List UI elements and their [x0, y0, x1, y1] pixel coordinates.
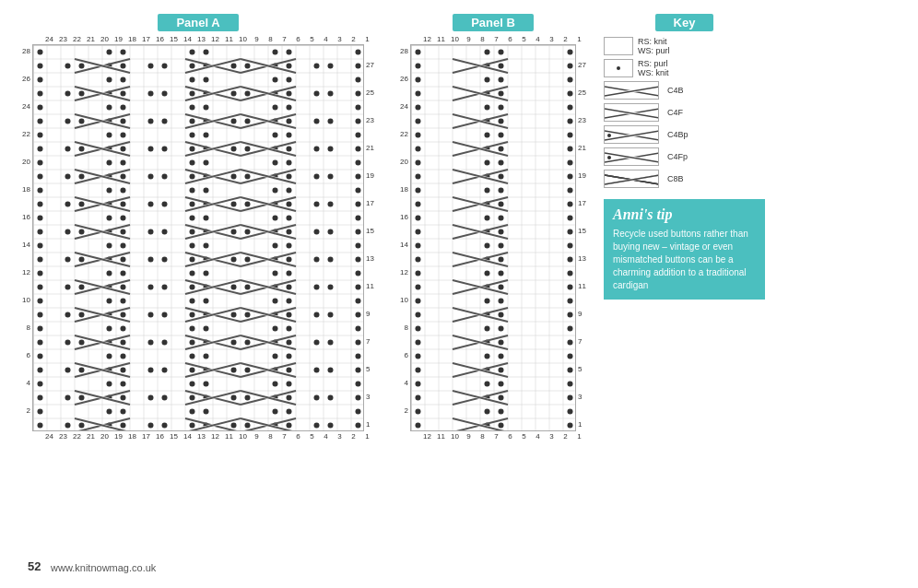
svg-point-584 [568, 340, 573, 346]
svg-point-69 [107, 409, 112, 415]
main-content: Panel A 24 23 22 21 20 19 18 17 16 15 14… [14, 9, 904, 441]
svg-point-669 [499, 50, 504, 55]
row-num-13 [392, 252, 410, 265]
svg-point-640 [568, 147, 573, 152]
row-num-23: 23 [364, 113, 382, 127]
svg-point-339 [162, 229, 168, 235]
row-num-16 [364, 210, 382, 224]
svg-point-335 [328, 229, 334, 235]
key-item-purl: RS: purl WS: knit [604, 59, 765, 77]
svg-point-390 [65, 64, 71, 69]
row-num-10: 10 [392, 293, 410, 307]
svg-point-97 [273, 354, 278, 359]
svg-point-85 [107, 382, 112, 387]
row-num-27: 27 [576, 58, 594, 72]
svg-point-163 [190, 243, 195, 249]
row-num-18 [576, 182, 594, 196]
panel-b-grid-with-nums: 282624222018161412108642 272523211917151… [392, 44, 594, 431]
row-num-13: 13 [576, 252, 594, 265]
svg-point-560 [568, 423, 573, 429]
svg-point-151 [356, 257, 361, 263]
svg-point-323 [162, 285, 168, 290]
svg-point-112 [287, 326, 292, 332]
svg-point-319 [328, 285, 334, 290]
svg-point-284 [148, 423, 154, 429]
svg-point-195 [190, 188, 195, 194]
svg-point-599 [416, 299, 421, 304]
row-num-11 [392, 279, 410, 293]
svg-point-148 [121, 271, 126, 276]
svg-point-629 [499, 188, 504, 194]
panel-a-container: Panel A 24 23 22 21 20 19 18 17 16 15 14… [14, 14, 382, 441]
svg-point-659 [416, 91, 421, 97]
row-num-4 [576, 376, 594, 390]
svg-point-313 [245, 312, 251, 318]
svg-point-574 [485, 382, 490, 387]
row-num-4: 4 [392, 376, 410, 390]
key-label-rs-knit: RS: knit [638, 37, 670, 46]
svg-point-245 [107, 105, 112, 111]
svg-point-352 [314, 174, 320, 180]
key-item-c4fp: C4Fp [604, 147, 765, 166]
svg-point-260 [121, 77, 126, 83]
svg-point-617 [499, 229, 504, 235]
svg-point-162 [204, 243, 209, 249]
row-num-11: 11 [576, 279, 594, 293]
svg-point-341 [79, 229, 85, 235]
svg-point-342 [65, 229, 71, 235]
svg-point-625 [499, 202, 504, 207]
svg-point-385 [245, 64, 251, 69]
svg-point-56 [287, 423, 292, 429]
svg-point-227 [190, 133, 195, 138]
key-area: Key RS: knit WS: purl RS [604, 14, 765, 441]
svg-point-328 [314, 257, 320, 263]
key-symbol-dot [604, 59, 633, 77]
row-num-20: 20 [392, 155, 410, 169]
svg-point-70 [38, 409, 43, 415]
svg-point-370 [231, 119, 237, 124]
row-num-21 [392, 141, 410, 155]
svg-point-591 [416, 326, 421, 332]
svg-point-216 [287, 147, 292, 152]
svg-point-123 [190, 312, 195, 318]
svg-point-588 [568, 326, 573, 332]
svg-point-204 [121, 174, 126, 180]
panel-a-left-nums: 282624222018161412108642 [14, 44, 32, 431]
row-num-26 [364, 72, 382, 86]
svg-point-346 [231, 202, 237, 207]
row-num-24: 24 [14, 100, 32, 113]
svg-point-644 [568, 133, 573, 138]
row-num-7: 7 [364, 335, 382, 348]
svg-point-605 [499, 271, 504, 276]
svg-point-327 [328, 257, 334, 263]
svg-point-380 [148, 91, 154, 97]
svg-point-152 [287, 257, 292, 263]
svg-point-671 [416, 50, 421, 55]
svg-point-115 [190, 326, 195, 332]
svg-point-212 [121, 160, 126, 166]
row-num-17: 17 [364, 196, 382, 210]
svg-point-377 [245, 91, 251, 97]
row-num-8: 8 [392, 321, 410, 335]
svg-point-226 [204, 133, 209, 138]
svg-point-86 [38, 382, 43, 387]
svg-point-668 [568, 50, 573, 55]
svg-point-637 [499, 160, 504, 166]
svg-point-134 [38, 299, 43, 304]
row-num-2: 2 [14, 404, 32, 417]
svg-point-192 [287, 188, 292, 194]
svg-point-326 [65, 285, 71, 290]
svg-point-197 [107, 188, 112, 194]
svg-point-596 [568, 299, 573, 304]
svg-point-369 [245, 119, 251, 124]
row-num-9 [392, 307, 410, 321]
key-label-c8b: C8B [667, 174, 684, 183]
svg-point-381 [79, 91, 85, 97]
row-num-25 [14, 86, 32, 100]
svg-point-124 [121, 312, 126, 318]
anni-tip-box: Anni's tip Recycle used buttons rather t… [604, 199, 765, 300]
svg-point-727 [607, 156, 611, 159]
row-num-22: 22 [392, 127, 410, 141]
svg-point-334 [65, 257, 71, 263]
svg-point-255 [356, 77, 361, 83]
